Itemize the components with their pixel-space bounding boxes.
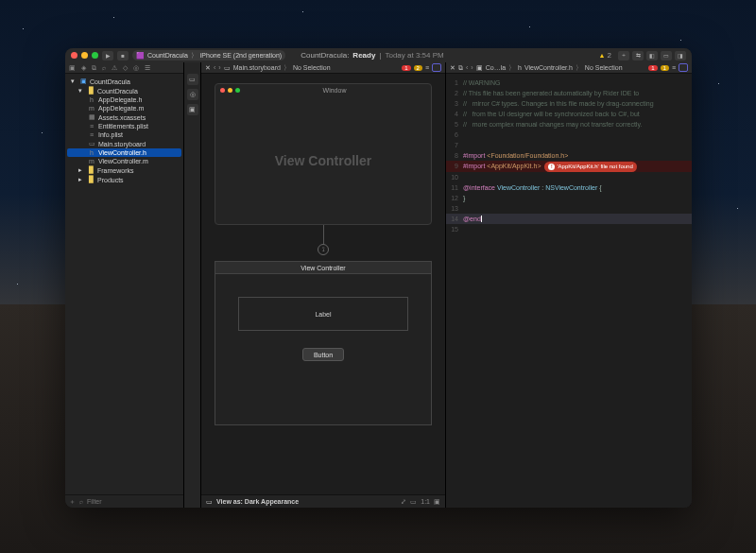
toggle-right-panel-button[interactable]: ◨ <box>675 51 686 60</box>
close-tab-icon[interactable]: ✕ <box>205 64 211 72</box>
segue-connector <box>323 225 324 244</box>
tree-file[interactable]: hAppDelegate.h <box>67 95 181 104</box>
nav-fwd-icon[interactable]: › <box>471 64 472 71</box>
storyboard-icon: ▭ <box>224 64 231 72</box>
segue-node-icon[interactable]: ⟟ <box>318 244 329 255</box>
ib-error-badge[interactable]: 1 <box>402 65 410 71</box>
tree-file-selected[interactable]: hViewController.h <box>67 148 181 157</box>
navigator-tabs: ▣ ◈ ⧉ ⌕ ⚠ ◇ ◎ ☰ <box>65 62 183 74</box>
zoom-out-icon[interactable]: ▭ <box>410 498 417 506</box>
interface-builder-pane: ✕ ‹ › ▭ Main.storyboard 〉 No Selection 1… <box>201 62 446 508</box>
close-tab-icon[interactable]: ✕ <box>450 64 455 72</box>
tree-project-root[interactable]: ▾▣CountDracula <box>67 77 181 86</box>
code-editor[interactable]: 1// WARNING 2// This file has been gener… <box>446 74 692 508</box>
zoom-icon[interactable] <box>92 52 98 59</box>
file-icon: h <box>518 64 522 71</box>
symbol-nav-icon[interactable]: ⧉ <box>92 64 96 72</box>
zoom-in-icon[interactable]: ▣ <box>434 498 440 506</box>
ib-crumb: No Selection <box>293 64 331 71</box>
toggle-left-panel-button[interactable]: ◧ <box>646 51 658 60</box>
toggle-bottom-panel-button[interactable]: ▭ <box>661 51 672 60</box>
ui-label[interactable]: Label <box>238 297 408 331</box>
ib-tab-name: Main.storyboard <box>233 64 281 71</box>
issue-nav-icon[interactable]: ⚠ <box>112 64 117 72</box>
view-controller-scene[interactable]: Label Button <box>215 274 432 425</box>
window-scene-title: Window <box>243 87 426 94</box>
code-error-badge[interactable]: 1 <box>648 65 657 71</box>
filter-input[interactable] <box>87 498 180 505</box>
canvas-footer: ▭ View as: Dark Appearance ⤢ ▭ 1:1 ▣ <box>201 494 445 508</box>
project-nav-icon[interactable]: ▣ <box>69 64 76 72</box>
nav-back-icon[interactable]: ‹ <box>466 64 468 71</box>
ui-button[interactable]: Button <box>302 348 344 361</box>
outline-toggle-icon[interactable]: ▭ <box>206 498 213 506</box>
ib-warn-badge[interactable]: 2 <box>414 65 422 71</box>
tree-file[interactable]: ▭Main.storyboard <box>67 139 181 148</box>
report-nav-icon[interactable]: ☰ <box>145 64 150 72</box>
scheme-selector[interactable]: 🟪 CountDracula 〉 iPhone SE (2nd generati… <box>132 50 285 60</box>
window-scene[interactable]: Window View Controller <box>215 83 432 225</box>
status-prefix: CountDracula: <box>301 51 349 60</box>
status-text: Ready <box>352 51 375 60</box>
code-jump-bar[interactable]: ✕ ⧉ ‹ › ▣ Co…la 〉 h ViewController.h 〉 N… <box>446 62 692 74</box>
find-nav-icon[interactable]: ⌕ <box>102 64 106 71</box>
tree-file[interactable]: mAppDelegate.m <box>67 104 181 112</box>
titlebar: ▶ ■ 🟪 CountDracula 〉 iPhone SE (2nd gene… <box>65 48 692 62</box>
ib-canvas[interactable]: Window View Controller ⟟ View Controller… <box>201 74 445 494</box>
outline-item-icon[interactable]: ◎ <box>187 89 198 100</box>
tree-frameworks[interactable]: ▸▉Frameworks <box>67 165 181 175</box>
zoom-100-icon[interactable]: 1:1 <box>421 498 430 505</box>
nav-back-icon[interactable]: ‹ <box>214 64 215 71</box>
related-items-icon[interactable]: ⧉ <box>458 64 463 72</box>
add-editor-button[interactable] <box>679 63 688 72</box>
navigator-bottom-bar: ＋ ⌕ <box>65 494 183 508</box>
code-tab-name: Co…la <box>486 64 506 71</box>
traffic-lights <box>71 52 98 59</box>
adjust-editor-icon[interactable]: ≡ <box>425 64 429 71</box>
tree-products[interactable]: ▸▉Products <box>67 175 181 184</box>
filter-icon: ⌕ <box>79 498 83 505</box>
scheme-project: CountDracula <box>147 52 188 59</box>
stop-button[interactable]: ■ <box>117 51 129 60</box>
nav-fwd-icon[interactable]: › <box>218 64 220 71</box>
outline-toggle-button[interactable]: ▭ <box>187 74 198 85</box>
test-nav-icon[interactable]: ◇ <box>123 64 128 72</box>
project-icon: ▣ <box>476 64 483 72</box>
close-icon[interactable] <box>71 52 77 59</box>
document-outline-strip: ▭ ◎ ▣ <box>184 62 201 508</box>
scheme-device: iPhone SE (2nd generation) <box>200 52 282 59</box>
outline-item-icon[interactable]: ▣ <box>187 104 198 115</box>
ib-jump-bar[interactable]: ✕ ‹ › ▭ Main.storyboard 〉 No Selection 1… <box>201 62 445 74</box>
status-time: Today at 3:54 PM <box>385 51 443 60</box>
tree-file[interactable]: mViewController.m <box>67 157 181 165</box>
code-crumb-file: ViewController.h <box>524 64 573 71</box>
run-button[interactable]: ▶ <box>102 51 113 60</box>
warn-count: 2 <box>608 51 611 60</box>
code-warn-badge[interactable]: 1 <box>661 65 669 71</box>
file-tree: ▾▣CountDracula ▾▉CountDracula hAppDelega… <box>65 74 183 494</box>
adjust-editor-icon[interactable]: ≡ <box>672 64 676 71</box>
add-editor-button[interactable] <box>432 63 441 72</box>
debug-nav-icon[interactable]: ◎ <box>133 64 139 72</box>
view-as-label[interactable]: View as: Dark Appearance <box>216 498 299 505</box>
scene-title-bar[interactable]: View Controller <box>215 261 432 274</box>
vc-placeholder-text: View Controller <box>275 153 371 168</box>
minimize-icon[interactable] <box>81 52 88 59</box>
code-review-button[interactable]: ⇆ <box>632 51 644 60</box>
code-crumb-sel: No Selection <box>585 64 623 71</box>
source-nav-icon[interactable]: ◈ <box>81 64 86 72</box>
add-target-button[interactable]: ＋ <box>69 497 76 507</box>
error-pill[interactable]: !'AppKit/AppKit.h' file not found <box>544 162 636 172</box>
tree-group[interactable]: ▾▉CountDracula <box>67 86 181 95</box>
activity-warnings[interactable]: ▲ 2 <box>599 51 611 60</box>
tree-file[interactable]: ≡Info.plist <box>67 130 181 139</box>
tree-file[interactable]: ▦Assets.xcassets <box>67 112 181 122</box>
project-navigator: ▣ ◈ ⧉ ⌕ ⚠ ◇ ◎ ☰ ▾▣CountDracula ▾▉CountDr… <box>65 62 184 508</box>
code-editor-pane: ✕ ⧉ ‹ › ▣ Co…la 〉 h ViewController.h 〉 N… <box>446 62 692 508</box>
zoom-fit-icon[interactable]: ⤢ <box>401 498 406 506</box>
tree-file[interactable]: ≡Entitlements.plist <box>67 122 181 130</box>
library-button[interactable]: ＋ <box>618 51 629 60</box>
xcode-window: ▶ ■ 🟪 CountDracula 〉 iPhone SE (2nd gene… <box>65 48 692 508</box>
